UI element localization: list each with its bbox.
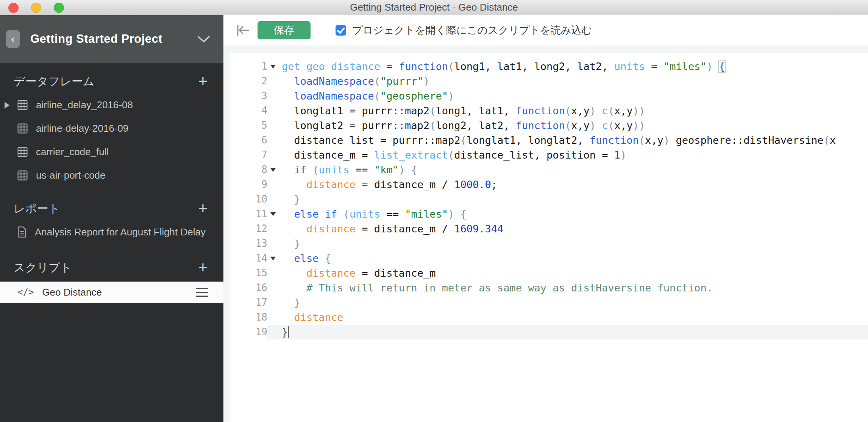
code-line[interactable]: 16 # This will return in meter as same w…: [229, 280, 868, 295]
gutter-fold-column: [267, 251, 282, 266]
table-icon: [17, 170, 28, 181]
load-script-checkbox-row[interactable]: プロジェクトを開く際にこのスクリプトを読み込む: [336, 23, 592, 37]
line-number: 4: [229, 103, 267, 118]
collapse-sidebar-icon[interactable]: [235, 22, 251, 39]
sidebar-item-dataframe[interactable]: us-air-port-code: [0, 164, 223, 187]
code-line[interactable]: 17 }: [229, 295, 868, 310]
gutter-fold-column: [267, 162, 282, 177]
fold-arrow-icon[interactable]: [270, 212, 276, 219]
line-number: 7: [229, 148, 267, 162]
code-line[interactable]: 18 distance: [229, 310, 868, 325]
checkbox-checked-icon[interactable]: [336, 25, 346, 36]
gutter-fold-column: [267, 236, 282, 251]
code-line[interactable]: 1get_geo_distance = function(long1, lat1…: [229, 59, 868, 74]
code-line[interactable]: 6 distance_list = purrr::map2(longlat1, …: [229, 133, 868, 148]
line-number: 12: [229, 221, 267, 236]
script-toolbar: 保存 プロジェクトを開く際にこのスクリプトを読み込む: [223, 15, 868, 45]
gutter-fold-column: [267, 177, 282, 192]
code-line[interactable]: 4 longlat1 = purrr::map2(long1, lat1, fu…: [229, 103, 868, 118]
code-text[interactable]: }: [282, 236, 868, 251]
main-pane: 保存 プロジェクトを開く際にこのスクリプトを読み込む 1get_geo_dist…: [223, 15, 868, 422]
code-line[interactable]: 19}: [229, 325, 868, 339]
sidebar-item-script-selected[interactable]: </> Geo Distance: [0, 282, 223, 303]
add-script-button[interactable]: +: [198, 260, 208, 275]
code-text[interactable]: distance_list = purrr::map2(longlat1, lo…: [282, 133, 868, 148]
code-text[interactable]: get_geo_distance = function(long1, lat1,…: [282, 59, 868, 74]
gutter-fold-column: [267, 133, 282, 148]
line-number: 11: [229, 207, 267, 221]
traffic-lights: [8, 3, 64, 13]
gutter-fold-column: [267, 266, 282, 280]
sidebar-item-dataframe[interactable]: airline-delay-2016-09: [0, 117, 223, 140]
sidebar-item-dataframe[interactable]: airline_delay_2016-08: [0, 93, 223, 117]
line-number: 2: [229, 74, 267, 89]
save-button[interactable]: 保存: [258, 21, 311, 39]
code-text[interactable]: distance = distance_m / 1000.0;: [282, 177, 868, 192]
code-line[interactable]: 14 else {: [229, 251, 868, 266]
code-line[interactable]: 10 }: [229, 192, 868, 207]
code-text[interactable]: }: [282, 325, 868, 339]
back-button[interactable]: ‹: [6, 30, 20, 48]
window-title: Getting Started Project - Geo Distance: [0, 0, 868, 15]
section-dataframes: データフレーム +: [0, 73, 223, 90]
line-number: 3: [229, 89, 267, 103]
line-number: 1: [229, 59, 267, 74]
gutter-fold-column: [267, 59, 282, 74]
hamburger-menu-icon[interactable]: [196, 288, 208, 297]
code-text[interactable]: }: [282, 192, 868, 207]
line-number: 10: [229, 192, 267, 207]
code-text[interactable]: distance = distance_m / 1609.344: [282, 221, 868, 236]
code-line[interactable]: 15 distance = distance_m: [229, 266, 868, 280]
code-text[interactable]: if (units == "km") {: [282, 162, 868, 177]
code-text[interactable]: else if (units == "miles") {: [282, 207, 868, 221]
code-line[interactable]: 12 distance = distance_m / 1609.344: [229, 221, 868, 236]
code-text[interactable]: # This will return in meter as same way …: [282, 280, 868, 295]
close-window-icon[interactable]: [8, 3, 19, 13]
fold-arrow-icon[interactable]: [270, 257, 276, 263]
code-text[interactable]: distance: [282, 310, 868, 325]
line-number: 5: [229, 118, 267, 133]
code-line[interactable]: 8 if (units == "km") {: [229, 162, 868, 177]
line-number: 15: [229, 266, 267, 280]
gutter-fold-column: [267, 280, 282, 295]
code-editor[interactable]: 1get_geo_distance = function(long1, lat1…: [229, 53, 868, 422]
sidebar-item-report[interactable]: Analysis Report for August Flight Delay: [0, 220, 223, 244]
fold-arrow-icon[interactable]: [270, 65, 276, 71]
line-number: 19: [229, 325, 267, 339]
code-line[interactable]: 3 loadNamespace("geosphere"): [229, 89, 868, 103]
code-text[interactable]: else {: [282, 251, 868, 266]
add-dataframe-button[interactable]: +: [198, 74, 208, 89]
code-text[interactable]: distance = distance_m: [282, 266, 868, 280]
code-line[interactable]: 2 loadNamespace("purrr"): [229, 74, 868, 89]
sidebar-item-dataframe[interactable]: carrier_code_full: [0, 140, 223, 164]
line-number: 16: [229, 280, 267, 295]
gutter-fold-column: [267, 192, 282, 207]
code-line[interactable]: 13 }: [229, 236, 868, 251]
code-line[interactable]: 5 longlat2 = purrr::map2(long2, lat2, fu…: [229, 118, 868, 133]
sidebar-header: ‹ Getting Started Project: [0, 15, 223, 63]
script-label: Geo Distance: [42, 287, 102, 298]
code-text[interactable]: loadNamespace("purrr"): [282, 74, 868, 89]
editor-background: 1get_geo_distance = function(long1, lat1…: [223, 45, 868, 422]
add-report-button[interactable]: +: [198, 201, 208, 216]
code-line[interactable]: 11 else if (units == "miles") {: [229, 207, 868, 221]
line-number: 9: [229, 177, 267, 192]
line-number: 8: [229, 162, 267, 177]
code-text[interactable]: distance_m = list_extract(distance_list,…: [282, 148, 868, 162]
minimize-window-icon[interactable]: [31, 3, 41, 13]
report-label: Analysis Report for August Flight Delay: [35, 226, 206, 238]
code-text[interactable]: loadNamespace("geosphere"): [282, 89, 868, 103]
code-text[interactable]: }: [282, 295, 868, 310]
expand-triangle-icon[interactable]: [5, 102, 13, 109]
fold-arrow-icon[interactable]: [270, 168, 276, 174]
line-number: 17: [229, 295, 267, 310]
gutter-fold-column: [267, 118, 282, 133]
chevron-down-icon[interactable]: [197, 35, 211, 43]
code-text[interactable]: longlat1 = purrr::map2(long1, lat1, func…: [282, 103, 868, 118]
code-text[interactable]: longlat2 = purrr::map2(long2, lat2, func…: [282, 118, 868, 133]
code-line[interactable]: 9 distance = distance_m / 1000.0;: [229, 177, 868, 192]
gutter-fold-column: [267, 325, 282, 339]
section-reports-label: レポート: [14, 201, 60, 216]
code-line[interactable]: 7 distance_m = list_extract(distance_lis…: [229, 148, 868, 162]
zoom-window-icon[interactable]: [54, 3, 64, 13]
